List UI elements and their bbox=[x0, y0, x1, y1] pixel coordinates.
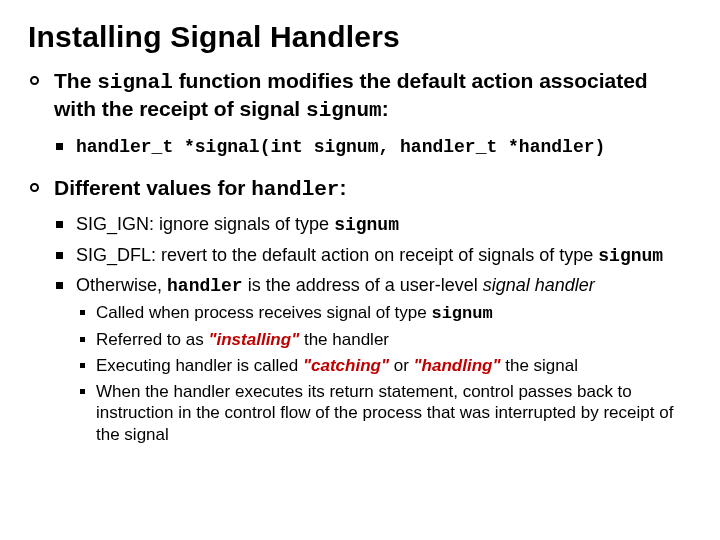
text: Called when process receives signal of t… bbox=[96, 303, 431, 322]
text: is the address of a user-level bbox=[243, 275, 483, 295]
text: SIG_DFL: revert to the default action on… bbox=[76, 245, 598, 265]
item-otherwise: Otherwise, handler is the address of a u… bbox=[54, 274, 692, 446]
text: The bbox=[54, 69, 97, 92]
code-inline: handler bbox=[251, 178, 339, 201]
text: the handler bbox=[299, 330, 389, 349]
subitem-return: When the handler executes its return sta… bbox=[76, 381, 692, 446]
term-handling: "handling" bbox=[414, 356, 501, 375]
text: SIG_IGN: ignore signals of type bbox=[76, 214, 334, 234]
slide: Installing Signal Handlers The signal fu… bbox=[0, 0, 720, 540]
text: : bbox=[339, 176, 346, 199]
sub-sub-list: Called when process receives signal of t… bbox=[76, 302, 692, 446]
text: When the handler executes its return sta… bbox=[96, 382, 673, 445]
text: Otherwise, bbox=[76, 275, 167, 295]
code-inline: signum bbox=[431, 304, 492, 323]
bullet-signal-fn: The signal function modifies the default… bbox=[28, 68, 692, 159]
subitem-called-when: Called when process receives signal of t… bbox=[76, 302, 692, 325]
text: or bbox=[389, 356, 414, 375]
text: Referred to as bbox=[96, 330, 208, 349]
code-line: handler_t *signal(int signum, handler_t … bbox=[54, 135, 692, 159]
text: Executing handler is called bbox=[96, 356, 303, 375]
code-inline: signal bbox=[97, 71, 173, 94]
sub-list: handler_t *signal(int signum, handler_t … bbox=[54, 135, 692, 159]
item-sig-ign: SIG_IGN: ignore signals of type signum bbox=[54, 213, 692, 237]
text: the signal bbox=[501, 356, 579, 375]
code-inline: handler bbox=[167, 276, 243, 296]
text: Different values for bbox=[54, 176, 251, 199]
sub-list: SIG_IGN: ignore signals of type signum S… bbox=[54, 213, 692, 446]
text: : bbox=[382, 97, 389, 120]
bullet-handler-values: Different values for handler: SIG_IGN: i… bbox=[28, 175, 692, 446]
term-catching: "catching" bbox=[303, 356, 389, 375]
page-title: Installing Signal Handlers bbox=[28, 20, 692, 54]
term-signal-handler: signal handler bbox=[483, 275, 595, 295]
subitem-catching: Executing handler is called "catching" o… bbox=[76, 355, 692, 377]
code-inline: signum bbox=[598, 246, 663, 266]
bullet-list: The signal function modifies the default… bbox=[28, 68, 692, 446]
code-inline: signum bbox=[334, 215, 399, 235]
item-sig-dfl: SIG_DFL: revert to the default action on… bbox=[54, 244, 692, 268]
term-installing: "installing" bbox=[208, 330, 299, 349]
code: handler_t *signal(int signum, handler_t … bbox=[76, 137, 605, 157]
subitem-installing: Referred to as "installing" the handler bbox=[76, 329, 692, 351]
code-inline: signum bbox=[306, 99, 382, 122]
